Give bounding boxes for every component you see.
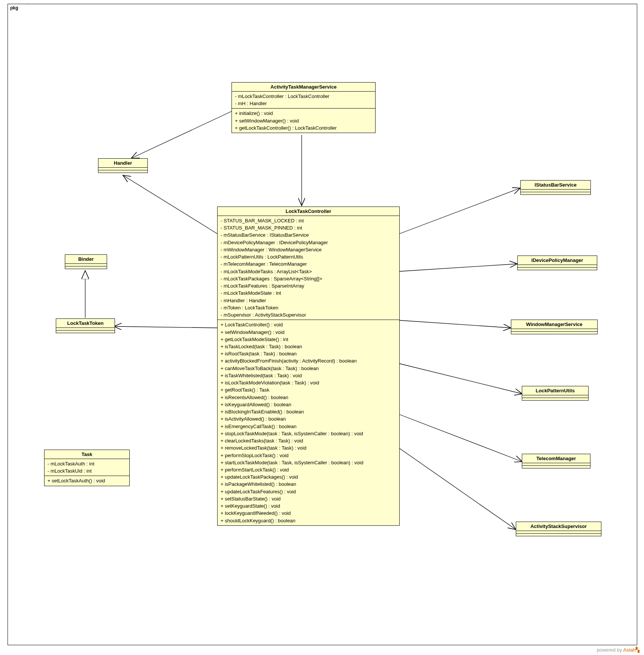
attr: - mWindowManager : WindowManagerService	[221, 246, 396, 253]
attr: - mDevicePolicyManager : IDevicePolicyMa…	[221, 239, 396, 246]
op-section: + LockTaskController() : void+ setWindow…	[218, 320, 399, 525]
attr-section	[521, 190, 590, 192]
attr-section: - mLockTaskController : LockTaskControll…	[232, 92, 375, 109]
op: + isLockTaskModeViolation(task : Task) :…	[221, 379, 396, 386]
op: + stopLockTaskMode(task : Task, isSystem…	[221, 430, 396, 437]
class-windowmanagerservice[interactable]: WindowManagerService	[511, 320, 598, 334]
attr: - mLockPatternUtils : LockPatternUtils	[221, 253, 396, 260]
attr: - STATUS_BAR_MASK_PINNED : int	[221, 224, 396, 231]
class-name: IStatusBarService	[521, 181, 590, 190]
attr: - STATUS_BAR_MASK_LOCKED : int	[221, 217, 396, 224]
op: + setWindowManager() : void	[221, 329, 396, 336]
class-name: TelecomManager	[522, 454, 590, 463]
attr: - mLockTaskPackages : SparseArray<String…	[221, 275, 396, 282]
op-section	[522, 466, 590, 468]
diagram-canvas: pkg ActivityT	[0, 0, 644, 655]
op-section	[511, 332, 597, 334]
attr: - mToken : LockTaskToken	[221, 304, 396, 311]
package-tab: pkg	[8, 4, 28, 13]
class-handler[interactable]: Handler	[98, 158, 148, 173]
class-name: Handler	[98, 159, 147, 168]
class-name: Binder	[65, 255, 107, 264]
op: + clearLockedTasks(task : Task) : void	[221, 437, 396, 444]
attr: - mH : Handler	[235, 100, 372, 107]
class-name: ActivityStackSupervisor	[516, 522, 601, 531]
op: + getLockTaskController() : LockTaskCont…	[235, 124, 372, 132]
op: + performStopLockTask() : void	[221, 452, 396, 459]
op: + removeLockedTask(task : Task) : void	[221, 444, 396, 451]
attr-section	[518, 265, 597, 268]
op: + setLockTaskAuth() : void	[48, 477, 126, 484]
op: + initialize() : void	[235, 110, 372, 117]
attr-section	[65, 264, 107, 266]
class-locktaskcontroller[interactable]: LockTaskController - STATUS_BAR_MASK_LOC…	[217, 207, 400, 526]
op-section	[56, 331, 115, 333]
attr: - mLockTaskController : LockTaskControll…	[235, 93, 372, 100]
op: + setStatusBarState() : void	[221, 495, 396, 502]
op: + activityBlockedFromFinish(activity : A…	[221, 357, 396, 364]
op: + isKeyguardAllowed() : boolean	[221, 401, 396, 408]
op: + setKeyguardState() : void	[221, 502, 396, 510]
class-idevicepolicymanager[interactable]: IDevicePolicyManager	[517, 256, 597, 270]
op: + performStartLockTask() : void	[221, 466, 396, 473]
op: + isTaskLocked(task : Task) : boolean	[221, 343, 396, 350]
attr: - mSupervisor : ActivityStackSupervisor	[221, 311, 396, 318]
class-telecommanager[interactable]: TelecomManager	[522, 454, 590, 468]
op-section	[516, 534, 601, 536]
op: + shouldLockKeyguard() : boolean	[221, 517, 396, 524]
op: + updateLockTaskPackages() : void	[221, 473, 396, 481]
package-label: pkg	[10, 5, 18, 11]
op: + getLockTaskModeState() : int	[221, 336, 396, 343]
op: + isBlockingInTaskEnabled() : boolean	[221, 408, 396, 415]
attr-section: - mLockTaskAuth : int - mLockTaskUid : i…	[44, 459, 129, 476]
op: + LockTaskController() : void	[221, 321, 396, 328]
op: + isPackageWhitelisted() : boolean	[221, 481, 396, 488]
attr: - mHandler : Handler	[221, 297, 396, 304]
attr-section	[522, 463, 590, 466]
op-section: + setLockTaskAuth() : void	[44, 476, 129, 485]
watermark-brand: Astah	[623, 647, 636, 653]
attr: - mLockTaskUid : int	[48, 467, 126, 474]
class-task[interactable]: Task - mLockTaskAuth : int - mLockTaskUi…	[44, 450, 130, 486]
class-name: LockPatternUtils	[522, 386, 588, 395]
watermark: powered by Astah▚	[597, 647, 639, 653]
op-section	[522, 398, 588, 400]
op: + isEmergencyCallTask() : boolean	[221, 423, 396, 430]
class-activitystacksupervisor[interactable]: ActivityStackSupervisor	[516, 522, 601, 536]
class-name: LockTaskController	[218, 207, 399, 216]
class-name: LockTaskToken	[56, 319, 115, 328]
op: + lockKeyguardIfNeeded() : void	[221, 510, 396, 517]
class-name: ActivityTaskManagerService	[232, 83, 375, 92]
attr: - mLockTaskModeState : int	[221, 289, 396, 297]
op: + updateLockTaskFeatures() : void	[221, 488, 396, 495]
attr-section	[98, 168, 147, 170]
op: + getRootTask() : Task	[221, 386, 396, 393]
class-istatusbarservice[interactable]: IStatusBarService	[520, 180, 591, 195]
op: + isActivityAllowed() : boolean	[221, 415, 396, 422]
attr: - mStatusBarService : IStatusBarService	[221, 231, 396, 239]
attr: - mLockTaskAuth : int	[48, 460, 126, 467]
op-section	[518, 268, 597, 270]
class-activitytaskmanagerservice[interactable]: ActivityTaskManagerService - mLockTaskCo…	[232, 82, 376, 133]
op: + setWindowManager() : void	[235, 117, 372, 124]
class-locktasktoken[interactable]: LockTaskToken	[56, 318, 115, 333]
class-name: Task	[44, 450, 129, 459]
class-name: WindowManagerService	[511, 320, 597, 329]
op: + isRootTask(task : Task) : boolean	[221, 350, 396, 357]
class-lockpatternutils[interactable]: LockPatternUtils	[522, 386, 589, 401]
attr: - mLockTaskFeatures : SparseIntArray	[221, 282, 396, 289]
watermark-text: powered by	[597, 647, 623, 653]
op: + canMoveTaskToBack(task : Task) : boole…	[221, 365, 396, 372]
attr: - mLockTaskModeTasks : ArrayList<Task>	[221, 268, 396, 275]
attr-section	[56, 328, 115, 331]
attr: - mTelecomManager : TelecomManager	[221, 260, 396, 268]
op: + startLockTaskMode(task : Task, isSyste…	[221, 459, 396, 466]
attr-section	[511, 329, 597, 332]
attr-section: - STATUS_BAR_MASK_LOCKED : int- STATUS_B…	[218, 216, 399, 320]
op-section	[65, 266, 107, 269]
op: + isRecentsAllowed() : boolean	[221, 394, 396, 401]
attr-section	[516, 531, 601, 534]
class-binder[interactable]: Binder	[65, 254, 107, 269]
attr-section	[522, 395, 588, 398]
op-section: + initialize() : void + setWindowManager…	[232, 109, 375, 133]
